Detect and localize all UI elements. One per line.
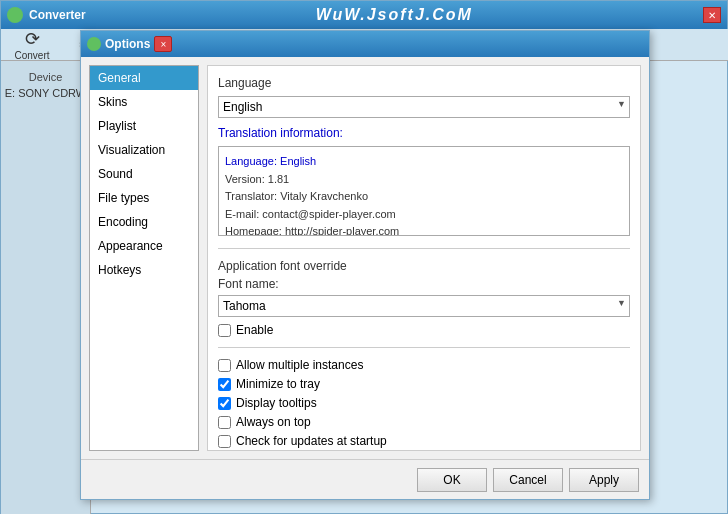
display-tooltips-row: Display tooltips	[218, 396, 630, 410]
modal-icon	[87, 37, 101, 51]
ok-button[interactable]: OK	[417, 468, 487, 492]
cancel-button[interactable]: Cancel	[493, 468, 563, 492]
allow-multiple-checkbox[interactable]	[218, 359, 231, 372]
modal-body: General Skins Playlist Visualization Sou…	[81, 57, 649, 459]
translation-homepage: Homepage: http://spider-player.com	[225, 223, 623, 236]
sidebar-item-sound[interactable]: Sound	[90, 162, 198, 186]
enable-font-checkbox[interactable]	[218, 324, 231, 337]
device-label: Device	[29, 71, 63, 83]
left-panel: Device E: SONY CDRW	[1, 61, 91, 514]
allow-multiple-label: Allow multiple instances	[236, 358, 363, 372]
options-sidebar: General Skins Playlist Visualization Sou…	[89, 65, 199, 451]
sidebar-item-visualization[interactable]: Visualization	[90, 138, 198, 162]
allow-multiple-row: Allow multiple instances	[218, 358, 630, 372]
always-on-top-row: Always on top	[218, 415, 630, 429]
minimize-tray-label: Minimize to tray	[236, 377, 320, 391]
app-close-button[interactable]: ✕	[703, 7, 721, 23]
modal-title: Options	[105, 37, 150, 51]
font-section-label: Application font override	[218, 259, 630, 273]
sidebar-item-appearance[interactable]: Appearance	[90, 234, 198, 258]
translation-email: E-mail: contact@spider-player.com	[225, 206, 623, 224]
check-updates-label: Check for updates at startup	[236, 434, 387, 448]
display-tooltips-checkbox[interactable]	[218, 397, 231, 410]
font-dropdown[interactable]: Tahoma	[218, 295, 630, 317]
check-updates-checkbox[interactable]	[218, 435, 231, 448]
sidebar-item-playlist[interactable]: Playlist	[90, 114, 198, 138]
enable-font-row: Enable	[218, 323, 630, 337]
font-name-label: Font name:	[218, 277, 630, 291]
translation-label: Translation information:	[218, 126, 630, 140]
minimize-tray-row: Minimize to tray	[218, 377, 630, 391]
sidebar-item-skins[interactable]: Skins	[90, 90, 198, 114]
modal-titlebar: Options ×	[81, 31, 649, 57]
apply-button[interactable]: Apply	[569, 468, 639, 492]
divider-1	[218, 248, 630, 249]
font-dropdown-wrapper: Tahoma	[218, 295, 630, 317]
sidebar-item-hotkeys[interactable]: Hotkeys	[90, 258, 198, 282]
language-dropdown[interactable]: English	[218, 96, 630, 118]
app-titlebar: Converter WuW.JsoftJ.CoM ✕	[1, 1, 727, 29]
language-dropdown-wrapper: English	[218, 96, 630, 118]
divider-2	[218, 347, 630, 348]
translation-language: Language: English	[225, 153, 623, 171]
app-title: Converter	[29, 8, 86, 22]
device-value: E: SONY CDRW	[5, 87, 87, 99]
language-label: Language	[218, 76, 630, 90]
sidebar-item-file-types[interactable]: File types	[90, 186, 198, 210]
app-icon	[7, 7, 23, 23]
modal-footer: OK Cancel Apply	[81, 459, 649, 499]
minimize-tray-checkbox[interactable]	[218, 378, 231, 391]
always-on-top-checkbox[interactable]	[218, 416, 231, 429]
translation-translator: Translator: Vitaly Kravchenko	[225, 188, 623, 206]
convert-label: Convert	[14, 50, 49, 61]
translation-box-wrapper: Language: English Version: 1.81 Translat…	[218, 146, 630, 236]
always-on-top-label: Always on top	[236, 415, 311, 429]
app-titlebar-center: WuW.JsoftJ.CoM	[92, 6, 697, 24]
translation-version: Version: 1.81	[225, 171, 623, 189]
enable-font-label: Enable	[236, 323, 273, 337]
options-content: Language English Translation information…	[207, 65, 641, 451]
check-updates-row: Check for updates at startup	[218, 434, 630, 448]
display-tooltips-label: Display tooltips	[236, 396, 317, 410]
translation-info-box: Language: English Version: 1.81 Translat…	[218, 146, 630, 236]
modal-close-button[interactable]: ×	[154, 36, 172, 52]
sidebar-item-encoding[interactable]: Encoding	[90, 210, 198, 234]
options-dialog: Options × General Skins Playlist Visuali…	[80, 30, 650, 500]
sidebar-item-general[interactable]: General	[90, 66, 198, 90]
convert-button[interactable]: ⟳ Convert	[7, 31, 57, 59]
